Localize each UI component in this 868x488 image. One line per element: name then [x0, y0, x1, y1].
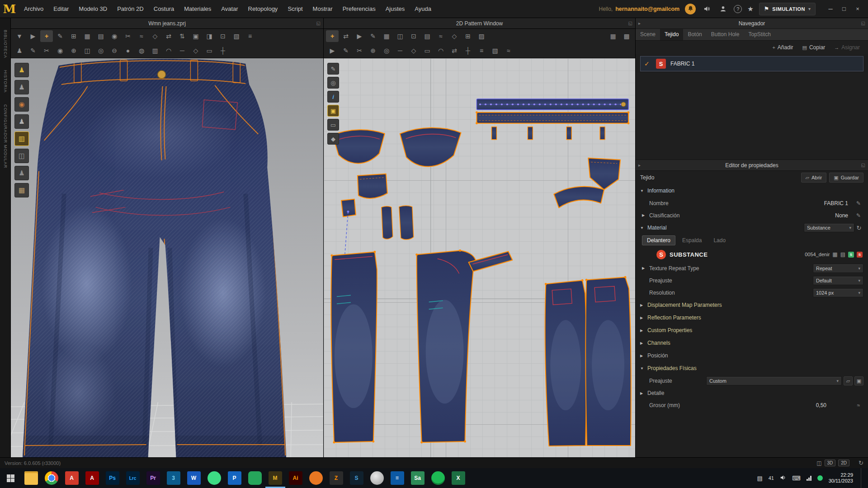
taskbar-acrobat[interactable]: A: [85, 471, 99, 485]
pattern-window-tool[interactable]: ▦: [81, 30, 94, 42]
menu-item[interactable]: Modelo 3D: [74, 0, 112, 18]
menu-item[interactable]: Ajustes: [381, 0, 410, 18]
select-tool[interactable]: ▶: [27, 30, 39, 42]
simulate-dropdown-icon[interactable]: ▼: [13, 30, 26, 42]
select2d-tool[interactable]: ▶: [326, 45, 339, 56]
taskbar-word[interactable]: W: [187, 471, 201, 485]
taskbar-clock[interactable]: 22:29 30/11/2023: [829, 472, 853, 484]
section-detail[interactable]: ▶ Detalle: [636, 387, 868, 399]
cut2d-tool[interactable]: ✂: [353, 45, 366, 56]
hatch-tool[interactable]: ▧: [230, 30, 243, 42]
section-material[interactable]: ▼ Material Substance▾ ↻: [636, 221, 868, 234]
ring-tool[interactable]: ◎: [94, 45, 107, 56]
keyboard-icon[interactable]: ⌨: [792, 475, 801, 482]
arrangement-point-toggle[interactable]: ◉: [14, 97, 29, 112]
taskbar-excel[interactable]: X: [452, 471, 465, 485]
fabric-list-item[interactable]: ✓ S FABRIC 1: [640, 56, 863, 71]
float-panel-icon[interactable]: ◱: [861, 163, 865, 168]
simulation-dropdown[interactable]: ⚑ SIMULATION ▾: [759, 3, 816, 15]
info-tool[interactable]: i: [327, 91, 339, 103]
menu-item[interactable]: Retopology: [243, 0, 283, 18]
split-view-icon[interactable]: ◫: [816, 460, 821, 466]
close-button[interactable]: ×: [851, 3, 864, 15]
triangle-collapsed-icon[interactable]: ▶: [642, 213, 649, 217]
account-email[interactable]: hernannaito@gmailcom: [615, 6, 679, 12]
mat-tab-delantero[interactable]: Delantero: [642, 235, 675, 245]
taskbar-illustrator[interactable]: Ai: [289, 471, 302, 485]
menu-item[interactable]: Patrón 2D: [112, 0, 149, 18]
shade-pattern-tool[interactable]: ▨: [475, 30, 488, 42]
move-tool[interactable]: +: [40, 30, 53, 42]
statusbar-3d-button[interactable]: 3D: [825, 460, 836, 466]
add-pattern-tool[interactable]: ⊞: [462, 30, 474, 42]
lock-tool[interactable]: ◆: [327, 133, 339, 145]
tab-scene[interactable]: Scene: [636, 29, 660, 40]
plugins-icon[interactable]: ★: [747, 5, 753, 13]
swap-tool[interactable]: ⇄: [162, 30, 175, 42]
open-fabric-button[interactable]: ▱Abrir: [801, 173, 827, 183]
taskbar-photoshop[interactable]: Ps: [106, 471, 119, 485]
remove-tool[interactable]: ⊖: [108, 45, 121, 56]
panel-collapse-icon[interactable]: ▸: [638, 163, 641, 168]
add-tool[interactable]: ⊕: [67, 45, 80, 56]
curve2d-tool[interactable]: ◠: [434, 45, 447, 56]
avatar-edit-tool[interactable]: ✎: [27, 45, 39, 56]
3d-viewport[interactable]: ♟♟◉♟▥◫♟▦: [11, 58, 323, 457]
copy-icon[interactable]: ▤: [840, 251, 845, 258]
menu-item[interactable]: Archivo: [19, 0, 48, 18]
taskbar-android[interactable]: [208, 471, 221, 485]
panel-pattern-tool[interactable]: ◫: [394, 30, 406, 42]
value-dropdown[interactable]: Default▾: [813, 276, 863, 285]
shade-tool[interactable]: ◍: [135, 45, 148, 56]
curve-editor-icon[interactable]: ≈: [854, 402, 863, 408]
window-tool[interactable]: ◫: [81, 45, 94, 56]
avatar-hide-toggle[interactable]: ♟: [14, 166, 29, 180]
fabric-list-empty-area[interactable]: [636, 73, 868, 160]
section-reflection[interactable]: ▶ Reflection Parameters: [636, 311, 868, 324]
substance-file-name[interactable]: 0054_denir: [805, 252, 830, 257]
app-logo[interactable]: M: [0, 0, 19, 18]
sew-pattern-tool[interactable]: ▤: [421, 30, 434, 42]
section-channels[interactable]: ▶ Channels: [636, 337, 868, 349]
taskbar-folder[interactable]: [24, 471, 38, 485]
arc-tool[interactable]: ◠: [162, 45, 175, 56]
avatar-tool[interactable]: ♟: [13, 45, 26, 56]
section-displacement[interactable]: ▶ Displacement Map Parameters: [636, 299, 868, 311]
thickness-value[interactable]: 0,50: [816, 402, 854, 408]
taskbar-orange-app[interactable]: [309, 471, 323, 485]
rows-tool[interactable]: ▥: [149, 45, 161, 56]
save-fabric-button[interactable]: ▣Guardar: [829, 173, 863, 183]
hatch2d-tool[interactable]: ▧: [489, 45, 501, 56]
menu-item[interactable]: Script: [283, 0, 307, 18]
refresh-icon[interactable]: ↻: [859, 460, 863, 466]
taskbar-3d-app[interactable]: 3: [167, 471, 180, 485]
flip-tool[interactable]: ⇅: [176, 30, 189, 42]
panel-collapse-icon[interactable]: ▸: [638, 21, 641, 26]
dart2d-tool[interactable]: ◇: [407, 45, 420, 56]
menu-item[interactable]: Editar: [48, 0, 74, 18]
menu-item[interactable]: Avatar: [216, 0, 243, 18]
float-panel-icon[interactable]: ◱: [628, 21, 632, 26]
gem2-tool[interactable]: ◇: [189, 45, 202, 56]
2d-pattern-canvas[interactable]: .pc { fill:url(#denim2d); stroke:#ff8a00…: [324, 58, 635, 457]
taskbar-spotify[interactable]: [431, 471, 445, 485]
taskbar-game[interactable]: [248, 471, 262, 485]
value-dropdown[interactable]: 1024 px▾: [813, 288, 863, 297]
float-panel-icon[interactable]: ◱: [861, 21, 865, 26]
statusbar-2d-button[interactable]: 2D: [838, 460, 849, 466]
taskbar-marvelous[interactable]: M: [269, 471, 282, 485]
edit-icon[interactable]: ✎: [854, 212, 863, 219]
pen2d-tool[interactable]: ✎: [340, 45, 352, 56]
gem-tool[interactable]: ◇: [149, 30, 161, 42]
section-physical-properties[interactable]: ▼ Propiedades Físicas: [636, 362, 868, 375]
section-posicion[interactable]: ▶ Posición: [636, 349, 868, 362]
save-preset-icon[interactable]: ▣: [854, 376, 863, 385]
avatar-mesh-toggle[interactable]: ♟: [14, 114, 29, 129]
pen-tool[interactable]: ✎: [54, 30, 66, 42]
refresh-icon[interactable]: ↻: [854, 225, 863, 231]
rail-tab[interactable]: BIBLIOTECA: [3, 30, 8, 58]
snap-grid-icon[interactable]: ▩: [620, 30, 633, 42]
box-tool[interactable]: ▣: [189, 30, 202, 42]
section-custom-properties[interactable]: ▶ Custom Properties: [636, 324, 868, 337]
menu-item[interactable]: Costura: [149, 0, 179, 18]
